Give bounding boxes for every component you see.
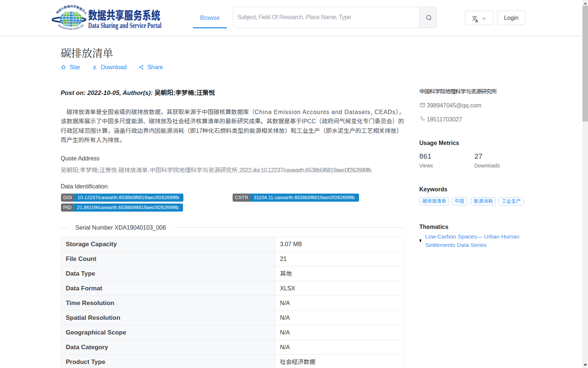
svg-text:A: A (476, 19, 478, 23)
